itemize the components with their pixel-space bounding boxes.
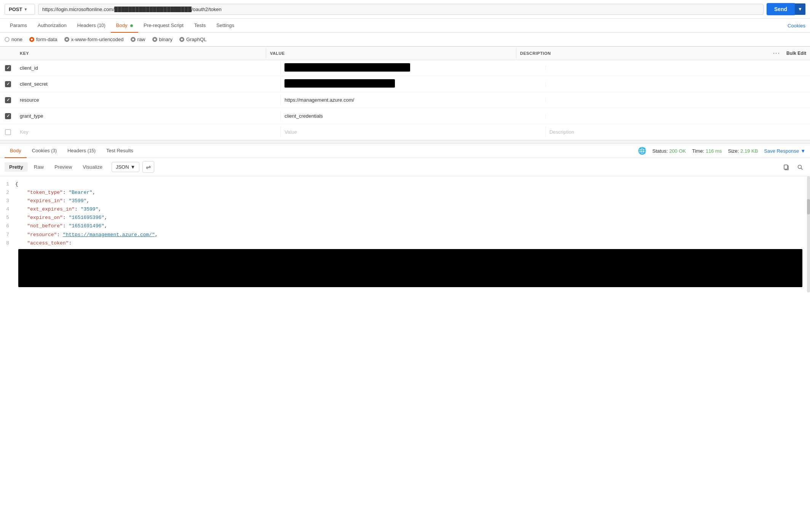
line-num-1: 1 (0, 180, 15, 189)
row-key-2[interactable]: client_secret (16, 79, 280, 89)
row-desc-1[interactable] (545, 66, 810, 70)
format-tab-pretty[interactable]: Pretty (5, 162, 28, 172)
section-divider (0, 140, 810, 144)
row-desc-3[interactable] (545, 98, 810, 102)
line-num-6: 6 (0, 222, 15, 230)
row-checkbox-4[interactable] (0, 110, 16, 122)
row-checkbox-5[interactable] (0, 126, 16, 138)
format-tab-visualize[interactable]: Visualize (78, 162, 107, 172)
row-desc-5[interactable]: Description (545, 127, 810, 137)
bulk-edit-button[interactable]: Bulk Edit (786, 51, 806, 56)
search-icon[interactable] (795, 162, 805, 173)
value-placeholder: Value (284, 129, 297, 135)
radio-urlencoded[interactable]: x-www-form-urlencoded (64, 37, 124, 42)
radio-graphql-circle (179, 37, 184, 42)
redacted-value-2 (284, 79, 395, 88)
checkbox-3[interactable] (5, 97, 11, 103)
response-tab-test-results[interactable]: Test Results (101, 144, 139, 158)
wrap-button[interactable]: ⇌ (142, 161, 154, 173)
row-key-1[interactable]: client_id (16, 63, 280, 73)
save-response-button[interactable]: Save Response ▼ (764, 148, 805, 154)
checkbox-5-empty[interactable] (5, 129, 11, 135)
copy-icon[interactable] (781, 162, 792, 173)
row-value-4[interactable]: client_credentials (280, 111, 545, 121)
row-key-5[interactable]: Key (16, 127, 280, 137)
response-headers-badge: (15) (88, 148, 96, 153)
format-tab-raw[interactable]: Raw (29, 162, 48, 172)
response-tab-body[interactable]: Body (5, 144, 27, 158)
code-line-2: 2 "token_type": "Bearer", (0, 189, 810, 197)
resource-link[interactable]: "https://management.azure.com/" (63, 232, 155, 238)
tab-params[interactable]: Params (5, 19, 32, 33)
radio-binary[interactable]: binary (152, 37, 173, 42)
size-value: 2.19 KB (740, 148, 758, 154)
row-desc-2[interactable] (545, 82, 810, 86)
save-response-chevron: ▼ (800, 148, 805, 154)
row-key-3[interactable]: resource (16, 95, 280, 105)
radio-binary-label: binary (159, 37, 173, 42)
code-content-2: "token_type": "Bearer", (15, 189, 810, 197)
table-row-empty: Key Value Description (0, 124, 810, 140)
tab-settings[interactable]: Settings (211, 19, 240, 33)
body-type-bar: none form-data x-www-form-urlencoded raw… (0, 33, 810, 46)
row-key-4[interactable]: grant_type (16, 111, 280, 121)
url-input[interactable] (38, 4, 764, 15)
row-checkbox-1[interactable] (0, 62, 16, 74)
tab-authorization[interactable]: Authorization (32, 19, 72, 33)
cookies-link[interactable]: Cookies (788, 23, 805, 29)
code-line-3: 3 "expires_in": "3599", (0, 197, 810, 205)
radio-form-data-circle (29, 37, 34, 42)
radio-none[interactable]: none (5, 37, 22, 42)
row-checkbox-2[interactable] (0, 78, 16, 90)
time-label: Time: 116 ms (692, 148, 722, 154)
radio-binary-circle (152, 37, 157, 42)
key-placeholder: Key (20, 129, 28, 135)
radio-graphql[interactable]: GraphQL (179, 37, 206, 42)
method-selector[interactable]: POST ▼ (5, 4, 35, 15)
th-description: DESCRIPTION (516, 48, 766, 59)
checkbox-4[interactable] (5, 113, 11, 119)
row-value-5[interactable]: Value (280, 127, 545, 137)
radio-none-label: none (11, 37, 22, 42)
response-tab-cookies[interactable]: Cookies (3) (27, 144, 62, 158)
line-num-3: 3 (0, 197, 15, 205)
radio-form-data[interactable]: form-data (29, 37, 58, 42)
time-value: 116 ms (706, 148, 722, 154)
response-tab-bar: Body Cookies (3) Headers (15) Test Resul… (0, 144, 810, 158)
code-line-5: 5 "expires_on": "1651695396", (0, 214, 810, 222)
access-token-redacted (18, 249, 802, 287)
checkbox-1[interactable] (5, 65, 11, 71)
tab-headers[interactable]: Headers (10) (72, 19, 111, 33)
response-tab-headers[interactable]: Headers (15) (62, 144, 101, 158)
scrollbar-thumb[interactable] (807, 199, 810, 214)
json-format-selector[interactable]: JSON ▼ (112, 162, 140, 172)
code-line-8: 8 "access_token": (0, 239, 810, 248)
row-value-3[interactable]: https://management.azure.com/ (280, 95, 545, 105)
row-desc-4[interactable] (545, 114, 810, 118)
checkbox-2[interactable] (5, 81, 11, 87)
tab-tests[interactable]: Tests (189, 19, 211, 33)
scrollbar[interactable] (807, 176, 810, 292)
radio-raw-circle (131, 37, 136, 42)
table-row: client_secret (0, 76, 810, 92)
table-header: KEY VALUE DESCRIPTION ··· Bulk Edit (0, 46, 810, 60)
send-main-button[interactable]: Send (767, 3, 795, 15)
headers-badge: (10) (97, 23, 105, 28)
code-line-6: 6 "not_before": "1651691496", (0, 222, 810, 230)
radio-urlencoded-label: x-www-form-urlencoded (71, 37, 124, 42)
more-options-icon[interactable]: ··· (770, 50, 783, 57)
method-text: POST (9, 6, 22, 12)
code-content-5: "expires_on": "1651695396", (15, 214, 810, 222)
format-bar-right (781, 162, 805, 173)
tab-prerequest[interactable]: Pre-request Script (138, 19, 189, 33)
row-value-1[interactable] (280, 61, 545, 75)
row-value-2[interactable] (280, 77, 545, 91)
row-checkbox-3[interactable] (0, 94, 16, 106)
th-checkbox (0, 50, 16, 56)
format-tab-preview[interactable]: Preview (50, 162, 77, 172)
tab-body[interactable]: Body (111, 19, 138, 33)
send-dropdown-button[interactable]: ▼ (795, 3, 805, 15)
line-num-2: 2 (0, 189, 15, 197)
json-selector-chevron: ▼ (131, 164, 136, 170)
radio-raw[interactable]: raw (131, 37, 145, 42)
